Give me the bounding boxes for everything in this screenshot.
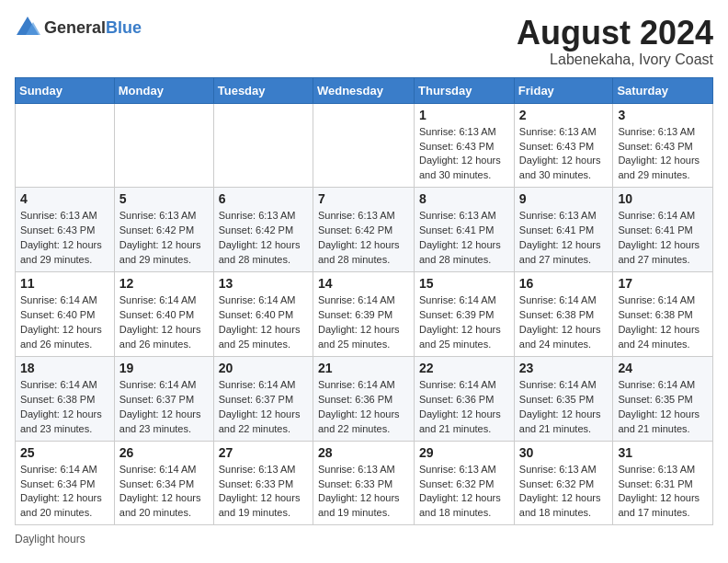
day-info: Sunrise: 6:14 AMSunset: 6:40 PMDaylight:… <box>20 293 109 352</box>
day-number: 1 <box>419 108 509 122</box>
day-number: 31 <box>618 445 708 460</box>
day-number: 29 <box>419 445 509 460</box>
calendar-cell: 5Sunrise: 6:13 AMSunset: 6:42 PMDaylight… <box>114 188 213 272</box>
day-info: Sunrise: 6:14 AMSunset: 6:37 PMDaylight:… <box>219 378 308 437</box>
header-tuesday: Tuesday <box>213 77 313 103</box>
day-info: Sunrise: 6:13 AMSunset: 6:43 PMDaylight:… <box>618 125 708 184</box>
header-saturday: Saturday <box>613 77 713 103</box>
day-number: 17 <box>618 276 708 291</box>
day-number: 30 <box>519 445 609 460</box>
day-number: 13 <box>219 276 308 291</box>
day-number: 27 <box>219 445 308 460</box>
day-number: 10 <box>618 191 708 206</box>
calendar-cell: 30Sunrise: 6:13 AMSunset: 6:32 PMDayligh… <box>514 441 613 525</box>
calendar-cell <box>313 103 414 188</box>
calendar-cell: 11Sunrise: 6:14 AMSunset: 6:40 PMDayligh… <box>16 272 115 357</box>
day-info: Sunrise: 6:13 AMSunset: 6:42 PMDaylight:… <box>219 209 308 268</box>
day-info: Sunrise: 6:13 AMSunset: 6:32 PMDaylight:… <box>519 463 609 522</box>
day-number: 16 <box>519 276 609 291</box>
day-info: Sunrise: 6:13 AMSunset: 6:32 PMDaylight:… <box>419 463 509 522</box>
day-number: 9 <box>519 191 609 206</box>
day-number: 22 <box>419 361 509 375</box>
calendar-cell: 26Sunrise: 6:14 AMSunset: 6:34 PMDayligh… <box>114 441 213 525</box>
day-info: Sunrise: 6:13 AMSunset: 6:43 PMDaylight:… <box>519 125 609 184</box>
calendar-cell: 23Sunrise: 6:14 AMSunset: 6:35 PMDayligh… <box>514 356 613 441</box>
calendar-cell: 12Sunrise: 6:14 AMSunset: 6:40 PMDayligh… <box>114 272 213 357</box>
calendar-cell <box>114 103 213 188</box>
calendar-cell: 24Sunrise: 6:14 AMSunset: 6:35 PMDayligh… <box>613 356 713 441</box>
day-info: Sunrise: 6:14 AMSunset: 6:36 PMDaylight:… <box>318 378 409 437</box>
day-number: 6 <box>219 191 308 206</box>
day-number: 14 <box>318 276 409 291</box>
day-number: 28 <box>318 445 409 460</box>
day-number: 26 <box>119 445 209 460</box>
day-info: Sunrise: 6:14 AMSunset: 6:38 PMDaylight:… <box>519 293 609 352</box>
calendar-body: 1Sunrise: 6:13 AMSunset: 6:43 PMDaylight… <box>16 103 713 525</box>
day-info: Sunrise: 6:13 AMSunset: 6:42 PMDaylight:… <box>119 209 209 268</box>
day-info: Sunrise: 6:13 AMSunset: 6:33 PMDaylight:… <box>219 463 308 522</box>
calendar-cell: 27Sunrise: 6:13 AMSunset: 6:33 PMDayligh… <box>213 441 313 525</box>
day-number: 4 <box>20 191 109 206</box>
calendar-cell: 22Sunrise: 6:14 AMSunset: 6:36 PMDayligh… <box>415 356 515 441</box>
day-number: 23 <box>519 361 609 375</box>
header-monday: Monday <box>114 77 213 103</box>
calendar-cell: 6Sunrise: 6:13 AMSunset: 6:42 PMDaylight… <box>213 188 313 272</box>
logo-icon <box>15 15 40 40</box>
day-number: 25 <box>20 445 109 460</box>
calendar-cell <box>16 103 115 188</box>
calendar-cell: 20Sunrise: 6:14 AMSunset: 6:37 PMDayligh… <box>213 356 313 441</box>
header-sunday: Sunday <box>16 77 115 103</box>
calendar-header: Sunday Monday Tuesday Wednesday Thursday… <box>16 77 713 103</box>
calendar-cell: 29Sunrise: 6:13 AMSunset: 6:32 PMDayligh… <box>415 441 515 525</box>
calendar-cell: 14Sunrise: 6:14 AMSunset: 6:39 PMDayligh… <box>313 272 414 357</box>
calendar-cell: 9Sunrise: 6:13 AMSunset: 6:41 PMDaylight… <box>514 188 613 272</box>
footer-note: Daylight hours <box>15 533 713 546</box>
day-number: 24 <box>618 361 708 375</box>
day-info: Sunrise: 6:14 AMSunset: 6:34 PMDaylight:… <box>20 463 109 522</box>
calendar-cell: 16Sunrise: 6:14 AMSunset: 6:38 PMDayligh… <box>514 272 613 357</box>
calendar-cell: 19Sunrise: 6:14 AMSunset: 6:37 PMDayligh… <box>114 356 213 441</box>
day-number: 8 <box>419 191 509 206</box>
calendar-cell: 17Sunrise: 6:14 AMSunset: 6:38 PMDayligh… <box>613 272 713 357</box>
calendar-cell: 18Sunrise: 6:14 AMSunset: 6:38 PMDayligh… <box>16 356 115 441</box>
day-info: Sunrise: 6:13 AMSunset: 6:31 PMDaylight:… <box>618 463 708 522</box>
day-number: 11 <box>20 276 109 291</box>
calendar-cell: 1Sunrise: 6:13 AMSunset: 6:43 PMDaylight… <box>415 103 515 188</box>
header-friday: Friday <box>514 77 613 103</box>
day-info: Sunrise: 6:13 AMSunset: 6:43 PMDaylight:… <box>419 125 509 184</box>
calendar-cell: 25Sunrise: 6:14 AMSunset: 6:34 PMDayligh… <box>16 441 115 525</box>
day-info: Sunrise: 6:14 AMSunset: 6:36 PMDaylight:… <box>419 378 509 437</box>
day-info: Sunrise: 6:13 AMSunset: 6:33 PMDaylight:… <box>318 463 409 522</box>
calendar-cell: 7Sunrise: 6:13 AMSunset: 6:42 PMDaylight… <box>313 188 414 272</box>
day-info: Sunrise: 6:14 AMSunset: 6:38 PMDaylight:… <box>618 293 708 352</box>
day-number: 21 <box>318 361 409 375</box>
day-number: 2 <box>519 108 609 122</box>
day-info: Sunrise: 6:14 AMSunset: 6:40 PMDaylight:… <box>119 293 209 352</box>
month-title: August 2024 <box>517 15 713 52</box>
title-block: August 2024 Labenekaha, Ivory Coast <box>517 15 713 68</box>
calendar-cell: 10Sunrise: 6:14 AMSunset: 6:41 PMDayligh… <box>613 188 713 272</box>
calendar-cell: 21Sunrise: 6:14 AMSunset: 6:36 PMDayligh… <box>313 356 414 441</box>
day-info: Sunrise: 6:14 AMSunset: 6:41 PMDaylight:… <box>618 209 708 268</box>
calendar-cell: 31Sunrise: 6:13 AMSunset: 6:31 PMDayligh… <box>613 441 713 525</box>
day-info: Sunrise: 6:13 AMSunset: 6:41 PMDaylight:… <box>419 209 509 268</box>
day-number: 18 <box>20 361 109 375</box>
calendar-cell: 13Sunrise: 6:14 AMSunset: 6:40 PMDayligh… <box>213 272 313 357</box>
calendar-cell: 28Sunrise: 6:13 AMSunset: 6:33 PMDayligh… <box>313 441 414 525</box>
day-number: 12 <box>119 276 209 291</box>
day-info: Sunrise: 6:14 AMSunset: 6:40 PMDaylight:… <box>219 293 308 352</box>
logo: GeneralBlue <box>15 15 142 40</box>
calendar-cell <box>213 103 313 188</box>
calendar-table: Sunday Monday Tuesday Wednesday Thursday… <box>15 77 713 526</box>
logo-general: General <box>44 18 106 37</box>
day-info: Sunrise: 6:13 AMSunset: 6:43 PMDaylight:… <box>20 209 109 268</box>
calendar-cell: 2Sunrise: 6:13 AMSunset: 6:43 PMDaylight… <box>514 103 613 188</box>
calendar-cell: 4Sunrise: 6:13 AMSunset: 6:43 PMDaylight… <box>16 188 115 272</box>
day-info: Sunrise: 6:14 AMSunset: 6:38 PMDaylight:… <box>20 378 109 437</box>
day-info: Sunrise: 6:13 AMSunset: 6:42 PMDaylight:… <box>318 209 409 268</box>
day-number: 5 <box>119 191 209 206</box>
calendar-cell: 8Sunrise: 6:13 AMSunset: 6:41 PMDaylight… <box>415 188 515 272</box>
logo-blue: Blue <box>106 18 142 37</box>
header-thursday: Thursday <box>415 77 515 103</box>
day-info: Sunrise: 6:14 AMSunset: 6:35 PMDaylight:… <box>519 378 609 437</box>
